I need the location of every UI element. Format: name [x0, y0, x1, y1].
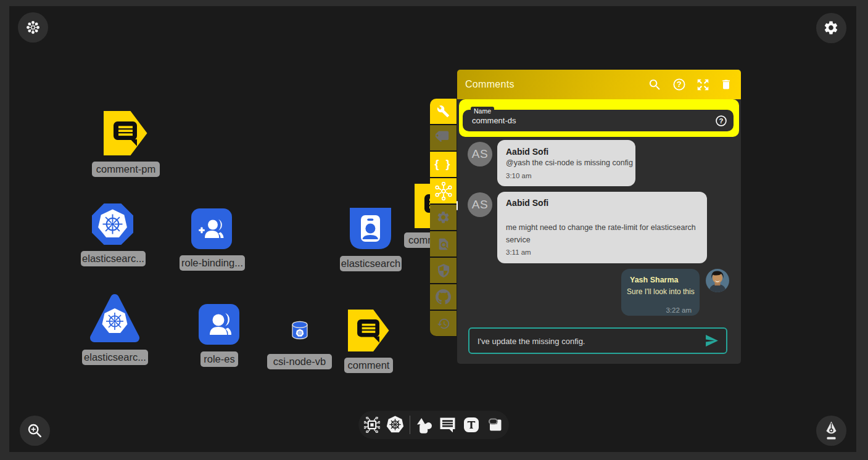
svg-text:?: ?	[677, 80, 682, 89]
svg-text:?: ?	[719, 117, 724, 125]
